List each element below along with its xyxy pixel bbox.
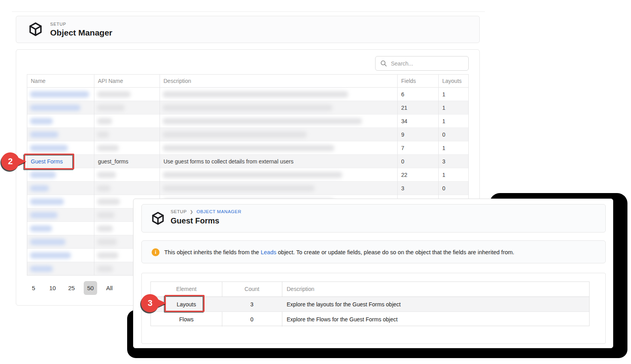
col-header-description: Description	[287, 282, 314, 296]
banner-text: This object inherits the fields from the…	[164, 241, 514, 264]
breadcrumb: SETUP ❯ OBJECT MANAGER	[171, 209, 241, 214]
inherited-fields-banner: i This object inherits the fields from t…	[141, 240, 606, 263]
flows-count: 0	[222, 312, 282, 327]
page-size-option-5[interactable]: 5	[27, 281, 40, 295]
annotation-box-guest-forms	[24, 154, 74, 169]
callout-number: 3	[141, 294, 159, 312]
search-icon	[380, 60, 387, 67]
info-icon: i	[152, 248, 160, 256]
annotation-callout-2: 2	[1, 152, 29, 172]
column-separator	[94, 74, 94, 276]
flows-description: Explore the Flows for the Guest Forms ob…	[287, 312, 398, 327]
overlay-title: Guest Forms	[171, 216, 219, 225]
cube-icon	[28, 22, 43, 37]
cube-icon-wrap	[151, 211, 165, 227]
breadcrumb-object-manager-link[interactable]: OBJECT MANAGER	[197, 209, 242, 214]
banner-text-after: object. To create or update fields, plea…	[276, 249, 515, 255]
element-table-card: Element Count Description Layouts 3 Expl…	[141, 273, 606, 344]
cube-icon	[151, 211, 165, 225]
annotation-box-layouts	[165, 295, 205, 312]
page-size-option-all[interactable]: All	[103, 281, 116, 295]
search-box[interactable]	[375, 56, 469, 71]
chevron-right-icon: ❯	[190, 210, 193, 214]
page-title: Object Manager	[50, 28, 113, 38]
leads-link[interactable]: Leads	[261, 249, 276, 255]
table-row-layouts: Layouts 3 Explore the layouts for the Gu…	[151, 296, 589, 311]
guest-forms-header-card: SETUP ❯ OBJECT MANAGER Guest Forms	[141, 204, 606, 233]
page-size-option-10[interactable]: 10	[46, 281, 59, 295]
search-input[interactable]	[390, 60, 463, 67]
table-row-flows: Flows 0 Explore the Flows for the Guest …	[151, 311, 589, 326]
guest-forms-detail-panel: SETUP ❯ OBJECT MANAGER Guest Forms i Thi…	[133, 199, 613, 348]
banner-text-before: This object inherits the fields from the	[164, 249, 261, 255]
page-size-selector: 5102550All	[27, 281, 116, 295]
page-top-border	[12, 11, 485, 12]
object-manager-header-card: SETUP Object Manager	[16, 16, 480, 43]
callout-number: 2	[1, 152, 19, 171]
layouts-count: 3	[222, 297, 282, 312]
screenshot-stage: SETUP Object Manager Name API Name Descr…	[0, 0, 631, 364]
breadcrumb-setup: SETUP	[171, 209, 187, 214]
col-header-count: Count	[222, 282, 282, 296]
element-table: Element Count Description Layouts 3 Expl…	[150, 281, 590, 326]
annotation-callout-3: 3	[141, 294, 169, 314]
page-size-option-50[interactable]: 50	[84, 281, 97, 295]
flows-link[interactable]: Flows	[151, 312, 222, 327]
page-size-option-25[interactable]: 25	[65, 281, 78, 295]
layouts-description: Explore the layouts for the Guest Forms …	[287, 297, 401, 312]
setup-eyebrow: SETUP	[50, 22, 66, 26]
